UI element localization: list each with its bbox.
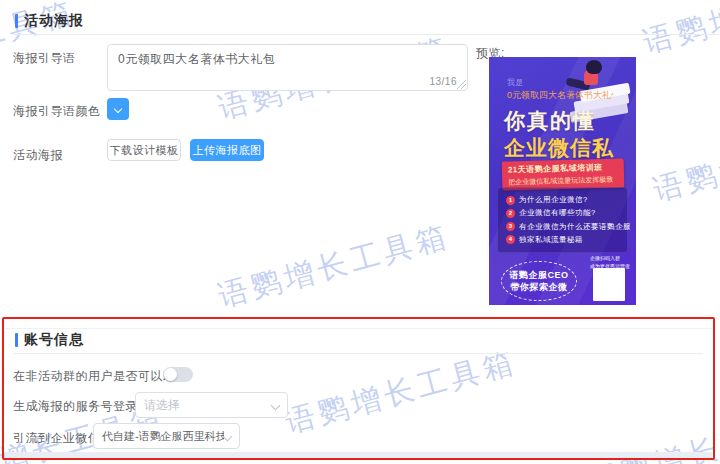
chevron-down-icon (223, 431, 233, 441)
toggle-knob (164, 368, 177, 381)
bubble-line1: 语鹦企服CEO (509, 269, 568, 281)
poster-pre-line: 我是 (507, 77, 523, 88)
select-value: 代自建-语鹦企服西里科技有限 (102, 429, 224, 444)
watermark: 语鹦增长工具箱 (281, 342, 522, 443)
login-state-label: 生成海报的服务号登录态 (13, 398, 151, 415)
guide-textarea[interactable]: 0元领取四大名著体书大礼包 13/16 (107, 44, 468, 91)
poster-banner: 21天语鹦企服私域培训班 把企业微信私域流量玩法发挥极致 (502, 158, 625, 190)
poster-title-line1: 你真的懂 (504, 107, 596, 135)
card-top-border (5, 328, 712, 329)
chevron-down-icon (271, 400, 281, 410)
assist-label: 在非活动群的用户是否可以助力 (13, 368, 188, 385)
account-section-header: 账号信息 (15, 331, 84, 349)
wecom-label: 引流到企业微信 (13, 430, 101, 447)
guide-textarea-value: 0元领取四大名著体书大礼包 (118, 52, 275, 66)
char-counter: 13/16 (429, 76, 457, 87)
guide-text-label: 海报引导语 (13, 50, 76, 67)
chevron-down-icon (114, 105, 122, 113)
list-item: 3 有企业微信为什么还要语鹦企服 (506, 222, 619, 232)
poster-guide-line: 0元领取四大名著体书大礼包 (507, 89, 613, 102)
section-divider (13, 34, 718, 35)
section-bar (15, 333, 18, 347)
bottom-strip (5, 452, 712, 459)
list-item: 1 为什么用企业微信? (506, 195, 619, 205)
poster-section-title: 活动海报 (24, 12, 84, 30)
bubble-line2: 带你探索企微 (511, 281, 568, 293)
download-template-button[interactable]: 下载设计模板 (107, 139, 181, 161)
list-item: 2 企业微信有哪些功能? (506, 208, 619, 218)
login-state-select[interactable]: 请选择 (135, 392, 288, 418)
color-select-button[interactable] (107, 98, 129, 120)
poster-banner-line2: 把企业微信私域流量玩法发挥极致 (508, 175, 618, 188)
poster-section-header: 活动海报 (15, 12, 84, 30)
assist-toggle[interactable] (163, 367, 193, 382)
section-bar (15, 14, 18, 28)
list-item: 4 独家私域流量秘籍 (506, 235, 619, 245)
poster-banner-line1: 21天语鹦企服私域培训班 (508, 162, 618, 176)
watermark: 语鹦增长工具箱 (649, 110, 720, 211)
section-divider (13, 353, 703, 354)
account-section-title: 账号信息 (24, 331, 84, 349)
poster-topic-list: 1 为什么用企业微信? 2 企业微信有哪些功能? 3 有企业微信为什么还要语鹦企… (497, 187, 628, 253)
wecom-select[interactable]: 代自建-语鹦企服西里科技有限 (93, 423, 240, 449)
poster-preview-image: 我是 0元领取四大名著体书大礼包 你真的懂 企业微信私域? 21天语鹦企服私域培… (489, 57, 636, 305)
qr-code-placeholder (593, 268, 625, 301)
page: 语鹦增长工具箱 语鹦增长工具箱 语鹦增长工具箱 语鹦增长工具箱 语鹦增长工具箱 … (0, 0, 720, 464)
upload-poster-button[interactable]: 上传海报底图 (190, 139, 264, 161)
poster-speech-bubble: 语鹦企服CEO 带你探索企微 (501, 261, 577, 301)
resize-handle-icon[interactable] (457, 80, 466, 89)
watermark: 语鹦增长工具箱 (214, 216, 455, 317)
select-placeholder: 请选择 (144, 397, 272, 414)
poster-label: 活动海报 (13, 147, 63, 164)
guide-color-label: 海报引导语颜色 (13, 103, 101, 120)
watermark: 语鹦增长工具箱 (639, 0, 720, 63)
